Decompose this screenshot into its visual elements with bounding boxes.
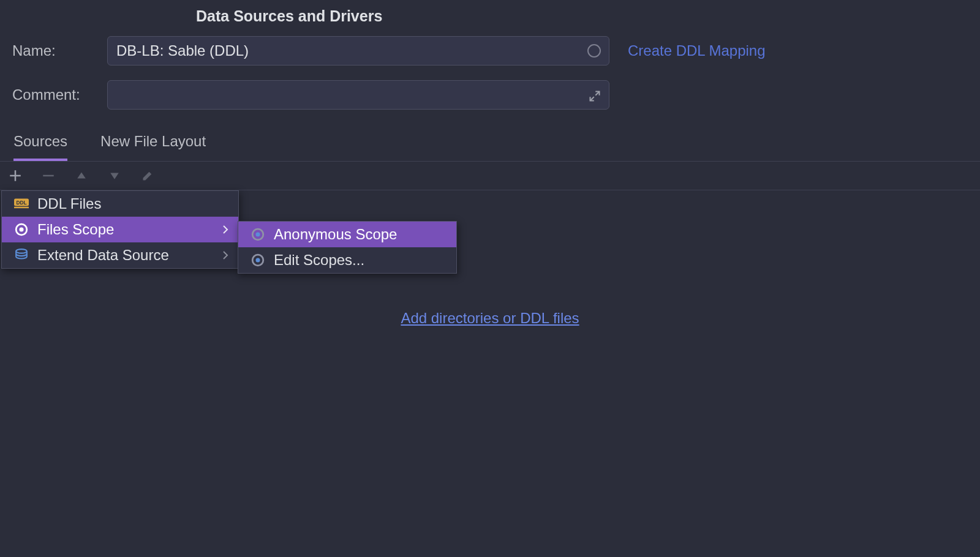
name-input[interactable] (107, 36, 609, 65)
name-row: Name: Create DDL Mapping (0, 36, 980, 65)
submenu-item-edit-scopes[interactable]: Edit Scopes... (238, 247, 456, 273)
menu-item-label: Extend Data Source (37, 247, 169, 264)
comment-input[interactable] (107, 80, 609, 110)
dialog-title: Data Sources and Drivers (0, 0, 980, 36)
name-label: Name: (12, 42, 107, 59)
remove-button[interactable] (42, 169, 55, 182)
tab-bar: Sources New File Layout (0, 124, 980, 162)
menu-item-ddl-files[interactable]: DDL DDL Files (2, 191, 238, 217)
sources-toolbar (0, 162, 980, 190)
submenu-item-label: Edit Scopes... (274, 252, 364, 269)
submenu-item-anonymous-scope[interactable]: Anonymous Scope (238, 222, 456, 247)
svg-rect-0 (43, 175, 54, 177)
target-icon (14, 222, 29, 237)
add-button[interactable] (9, 169, 22, 182)
comment-row: Comment: (0, 80, 980, 110)
comment-input-wrap (107, 80, 609, 110)
comment-label: Comment: (12, 86, 107, 103)
move-up-button[interactable] (75, 169, 88, 182)
target-icon (251, 253, 265, 267)
svg-point-5 (19, 227, 23, 231)
edit-button[interactable] (141, 169, 154, 182)
name-input-wrap (107, 36, 609, 65)
chevron-right-icon (222, 221, 228, 238)
menu-item-extend-data-source[interactable]: Extend Data Source (2, 242, 238, 268)
menu-item-files-scope[interactable]: Files Scope (2, 217, 238, 242)
tab-sources[interactable]: Sources (13, 133, 67, 161)
add-ddl-link-wrap: Add directories or DDL files (0, 310, 980, 327)
move-down-button[interactable] (108, 169, 121, 182)
add-menu: DDL DDL Files Files Scope (1, 190, 239, 269)
scope-submenu: Anonymous Scope Edit Scopes... (238, 221, 457, 274)
chevron-right-icon (222, 247, 228, 264)
expand-icon[interactable] (589, 89, 601, 101)
svg-point-10 (255, 258, 260, 262)
target-icon (251, 227, 265, 242)
svg-point-6 (16, 249, 27, 253)
menu-item-label: DDL Files (37, 195, 101, 212)
database-icon (14, 248, 29, 263)
svg-point-8 (255, 232, 260, 236)
submenu-item-label: Anonymous Scope (274, 226, 397, 243)
color-circle-icon[interactable] (587, 44, 601, 58)
menu-item-label: Files Scope (37, 221, 114, 238)
svg-rect-3 (14, 207, 29, 208)
svg-text:DDL: DDL (16, 200, 26, 206)
tab-new-file-layout[interactable]: New File Layout (100, 133, 206, 161)
create-ddl-mapping-link[interactable]: Create DDL Mapping (628, 42, 766, 59)
add-ddl-files-link[interactable]: Add directories or DDL files (401, 310, 579, 326)
ddl-icon: DDL (14, 196, 29, 211)
